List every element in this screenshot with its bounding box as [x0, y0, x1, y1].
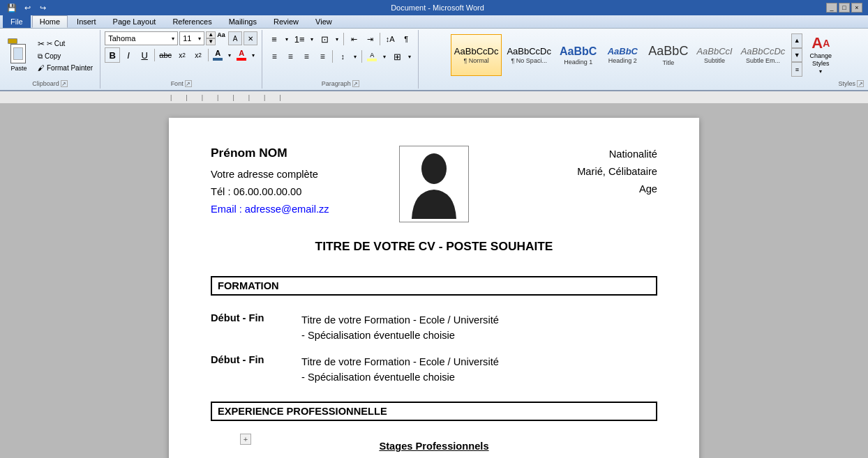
style-title[interactable]: AaBbC Title	[645, 34, 691, 76]
style-no-spacing[interactable]: AaBbCcDc ¶ No Spaci...	[503, 34, 555, 76]
font-name-value: Tahoma	[108, 34, 135, 43]
text-highlight-button[interactable]: A	[211, 47, 225, 63]
cv-contact: Votre adresse complète Tél : 06.00.00.00…	[211, 166, 385, 218]
window-title: Document - Microsoft Word	[54, 3, 821, 12]
subscript-button[interactable]: x2	[174, 47, 190, 63]
clipboard-launcher[interactable]: ↗	[61, 80, 68, 87]
redo-icon[interactable]: ↪	[36, 1, 49, 14]
cv-email: Email : adresse@email.zz	[211, 201, 385, 218]
title-bar: 💾 ↩ ↪ Document - Microsoft Word _ □ ×	[0, 0, 868, 15]
styles-more-button[interactable]: ≡	[791, 62, 802, 77]
tab-review[interactable]: Review	[266, 15, 306, 28]
multilevel-list-dropdown[interactable]: ▾	[333, 31, 341, 47]
tab-home[interactable]: Home	[32, 15, 68, 28]
text-highlight-dropdown[interactable]: ▾	[225, 47, 234, 63]
style-subtitle-label: Subtitle	[704, 57, 725, 64]
paragraph-group-label: Paragraph ↗	[322, 79, 359, 87]
spacer4: +	[211, 432, 657, 438]
cv-address: Votre adresse complète	[211, 166, 385, 183]
numbered-list-button[interactable]: 1≡	[292, 31, 307, 47]
font-launcher[interactable]: ↗	[185, 80, 192, 87]
paragraph-launcher[interactable]: ↗	[352, 80, 359, 87]
style-normal-preview: AaBbCcDc	[454, 46, 499, 57]
styles-launcher[interactable]: ↗	[857, 80, 864, 87]
font-case-button[interactable]: Aa	[217, 31, 227, 45]
maximize-button[interactable]: □	[839, 3, 850, 13]
bullet-list-dropdown[interactable]: ▾	[283, 31, 291, 47]
copy-button[interactable]: ⧉ Copy	[35, 51, 96, 62]
justify-button[interactable]: ≡	[315, 49, 330, 64]
change-styles-icon: AA	[811, 36, 830, 51]
cv-expand-button[interactable]: +	[240, 434, 251, 445]
shading-button[interactable]: A	[364, 49, 380, 64]
tab-file[interactable]: File	[3, 15, 31, 28]
font-size-dropdown-icon: ▾	[198, 36, 201, 42]
style-subtitle[interactable]: AaBbCcI Subtitle	[693, 34, 735, 76]
close-button[interactable]: ×	[851, 3, 862, 13]
quick-access-toolbar: 💾 ↩ ↪	[6, 1, 49, 14]
copy-label: Copy	[45, 52, 61, 60]
align-center-button[interactable]: ≡	[283, 49, 298, 64]
tab-references[interactable]: References	[165, 15, 219, 28]
strikethrough-button[interactable]: abc	[157, 47, 174, 63]
borders-button[interactable]: ⊞	[389, 49, 405, 64]
bullet-list-button[interactable]: ≡	[267, 31, 282, 47]
show-hide-button[interactable]: ¶	[398, 31, 414, 47]
tab-page-layout[interactable]: Page Layout	[105, 15, 164, 28]
document-page[interactable]: Prénom NOM Votre adresse complète Tél : …	[169, 118, 699, 458]
tab-view[interactable]: View	[308, 15, 340, 28]
cv-formation-entry-1: Début - Fin Titre de votre Formation - E…	[211, 312, 657, 343]
styles-scroll-up[interactable]: ▲	[791, 33, 802, 48]
cv-age: Age	[639, 181, 657, 198]
clear-formatting-button[interactable]: ✕	[244, 31, 257, 45]
save-icon[interactable]: 💾	[6, 1, 18, 14]
line-spacing-button[interactable]: ↕	[335, 49, 350, 64]
style-subtle-em[interactable]: AaBbCcDc Subtle Em...	[738, 34, 789, 76]
cut-button[interactable]: ✂ ✂ Cut	[35, 38, 96, 50]
borders-dropdown[interactable]: ▾	[405, 49, 414, 64]
style-heading1-preview: AaBbC	[560, 45, 597, 58]
undo-icon[interactable]: ↩	[21, 1, 33, 14]
cv-formation-date-2: Début - Fin	[211, 354, 287, 385]
change-styles-button[interactable]: AA Change Styles ▾	[805, 34, 836, 76]
cv-photo-silhouette	[406, 149, 462, 219]
font-size-box[interactable]: 11 ▾	[179, 31, 204, 45]
paragraph-group: ≡ ▾ 1≡ ▾ ⊡ ▾ ⇤ ⇥ ↕A ¶ ≡ ≡ ≡	[262, 30, 419, 89]
styles-scroll-down[interactable]: ▼	[791, 48, 802, 63]
bold-button[interactable]: B	[105, 47, 120, 63]
font-group: Tahoma ▾ 11 ▾ ▲ ▼ Aa A ✕	[100, 30, 262, 89]
tab-insert[interactable]: Insert	[69, 15, 104, 28]
tab-mailings[interactable]: Mailings	[221, 15, 264, 28]
align-right-button[interactable]: ≡	[299, 49, 314, 64]
cut-label: ✂ Cut	[47, 40, 65, 47]
font-color-button[interactable]: A	[234, 47, 248, 63]
font-group-label: Font ↗	[171, 79, 192, 87]
style-normal[interactable]: AaBbCcDc ¶ Normal	[451, 34, 502, 76]
font-color-dropdown[interactable]: ▾	[249, 47, 257, 63]
numbered-list-dropdown[interactable]: ▾	[308, 31, 316, 47]
font-shrink-button[interactable]: ▼	[206, 38, 216, 45]
multilevel-list-button[interactable]: ⊡	[317, 31, 332, 47]
style-subtitle-preview: AaBbCcI	[696, 46, 732, 57]
style-heading2[interactable]: AaBbC Heading 2	[601, 34, 643, 76]
sort-button[interactable]: ↕A	[382, 31, 398, 47]
style-heading1[interactable]: AaBbC Heading 1	[556, 34, 600, 76]
minimize-button[interactable]: _	[826, 3, 837, 13]
line-spacing-dropdown[interactable]: ▾	[351, 49, 359, 64]
shading-dropdown[interactable]: ▾	[380, 49, 389, 64]
format-painter-button[interactable]: 🖌 Format Painter	[35, 63, 96, 73]
italic-button[interactable]: I	[121, 47, 136, 63]
decrease-indent-button[interactable]: ⇤	[346, 31, 361, 47]
increase-indent-button[interactable]: ⇥	[362, 31, 377, 47]
align-left-button[interactable]: ≡	[267, 49, 282, 64]
cv-civil-status: Marié, Célibataire	[577, 163, 657, 181]
ruler-marks: ||||||||	[163, 94, 865, 101]
font-name-dropdown-icon: ▾	[172, 36, 174, 42]
paste-button[interactable]: Paste	[4, 31, 33, 79]
cv-formation-date-1: Début - Fin	[211, 312, 287, 343]
font-grow-button[interactable]: ▲	[206, 31, 216, 38]
superscript-button[interactable]: x2	[190, 47, 206, 63]
text-effects-button[interactable]: A	[228, 31, 242, 45]
underline-button[interactable]: U	[137, 47, 152, 63]
font-name-box[interactable]: Tahoma ▾	[105, 31, 178, 45]
